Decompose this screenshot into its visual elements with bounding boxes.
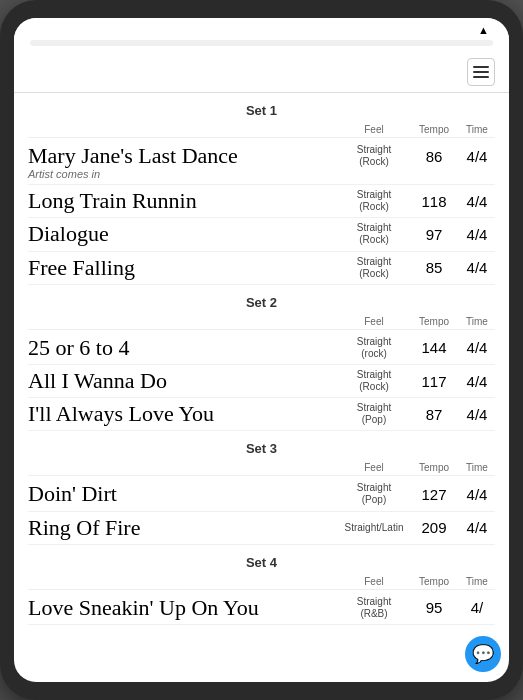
menu-button[interactable] bbox=[467, 58, 495, 86]
song-main-row: Doin' Dirt Straight(Pop) 127 4/4 bbox=[28, 482, 495, 506]
song-main-row: Dialogue Straight(Rock) 97 4/4 bbox=[28, 222, 495, 246]
song-feel: Straight(Pop) bbox=[339, 402, 409, 426]
song-timesig: 4/4 bbox=[459, 373, 495, 390]
song-tempo: 87 bbox=[409, 406, 459, 423]
song-timesig: 4/4 bbox=[459, 339, 495, 356]
song-timesig: 4/4 bbox=[459, 148, 495, 165]
status-right: ▲ bbox=[478, 24, 493, 36]
song-title: All I Wanna Do bbox=[28, 369, 339, 393]
menu-line-3 bbox=[473, 76, 489, 78]
tablet-screen: ▲ bbox=[14, 18, 509, 682]
song-title: I'll Always Love You bbox=[28, 402, 339, 426]
set-header-1: Set 1 bbox=[28, 93, 495, 122]
song-feel: Straight(Rock) bbox=[339, 189, 409, 213]
song-tempo: 97 bbox=[409, 226, 459, 243]
col-headers-set-4: Feel Tempo Time bbox=[28, 574, 495, 590]
song-meta: Straight(Pop) 87 4/4 bbox=[339, 402, 495, 426]
song-meta: Straight(R&B) 95 4/ bbox=[339, 596, 495, 620]
song-main-row: Long Train Runnin Straight(Rock) 118 4/4 bbox=[28, 189, 495, 213]
col-header-time: Time bbox=[459, 462, 495, 473]
song-row[interactable]: 25 or 6 to 4 Straight(rock) 144 4/4 bbox=[28, 332, 495, 365]
song-timesig: 4/4 bbox=[459, 259, 495, 276]
col-headers-set-1: Feel Tempo Time bbox=[28, 122, 495, 138]
song-title: Long Train Runnin bbox=[28, 189, 339, 213]
col-header-time: Time bbox=[459, 316, 495, 327]
song-meta: Straight(Rock) 85 4/4 bbox=[339, 256, 495, 280]
song-row[interactable]: I'll Always Love You Straight(Pop) 87 4/… bbox=[28, 398, 495, 431]
song-row[interactable]: Mary Jane's Last Dance Straight(Rock) 86… bbox=[28, 140, 495, 185]
song-feel: Straight(Rock) bbox=[339, 369, 409, 393]
song-main-row: All I Wanna Do Straight(Rock) 117 4/4 bbox=[28, 369, 495, 393]
tablet-frame: ▲ bbox=[0, 0, 523, 700]
song-row[interactable]: Long Train Runnin Straight(Rock) 118 4/4 bbox=[28, 185, 495, 218]
song-title: Love Sneakin' Up On You bbox=[28, 596, 339, 620]
col-header-feel: Feel bbox=[339, 576, 409, 587]
song-tempo: 144 bbox=[409, 339, 459, 356]
venue-section bbox=[219, 71, 402, 73]
col-header-time: Time bbox=[459, 124, 495, 135]
song-subtitle: Artist comes in bbox=[28, 168, 495, 180]
col-headers-set-2: Feel Tempo Time bbox=[28, 314, 495, 330]
song-row[interactable]: Free Falling Straight(Rock) 85 4/4 bbox=[28, 252, 495, 285]
song-timesig: 4/4 bbox=[459, 193, 495, 210]
set-header-2: Set 2 bbox=[28, 285, 495, 314]
song-main-row: Free Falling Straight(Rock) 85 4/4 bbox=[28, 256, 495, 280]
song-title: Doin' Dirt bbox=[28, 482, 339, 506]
song-timesig: 4/4 bbox=[459, 519, 495, 536]
song-feel: Straight(Pop) bbox=[339, 482, 409, 506]
song-tempo: 127 bbox=[409, 486, 459, 503]
song-timesig: 4/ bbox=[459, 599, 495, 616]
date-section bbox=[409, 71, 459, 73]
song-list[interactable]: Set 1 Feel Tempo Time Mary Jane's Last D… bbox=[14, 93, 509, 682]
set-header-3: Set 3 bbox=[28, 431, 495, 460]
song-main-row: Mary Jane's Last Dance Straight(Rock) 86… bbox=[28, 144, 495, 168]
col-header-tempo: Tempo bbox=[409, 124, 459, 135]
song-title: Ring Of Fire bbox=[28, 516, 339, 540]
song-feel: Straight(Rock) bbox=[339, 222, 409, 246]
song-timesig: 4/4 bbox=[459, 486, 495, 503]
song-title: Dialogue bbox=[28, 222, 339, 246]
song-feel: Straight(R&B) bbox=[339, 596, 409, 620]
song-meta: Straight/Latin 209 4/4 bbox=[339, 519, 495, 536]
song-feel: Straight/Latin bbox=[339, 522, 409, 534]
song-row[interactable]: Doin' Dirt Straight(Pop) 127 4/4 bbox=[28, 478, 495, 511]
col-header-tempo: Tempo bbox=[409, 316, 459, 327]
song-row[interactable]: Dialogue Straight(Rock) 97 4/4 bbox=[28, 218, 495, 251]
menu-line-2 bbox=[473, 71, 489, 73]
song-tempo: 86 bbox=[409, 148, 459, 165]
song-feel: Straight(rock) bbox=[339, 336, 409, 360]
col-header-tempo: Tempo bbox=[409, 576, 459, 587]
song-row[interactable]: Love Sneakin' Up On You Straight(R&B) 95… bbox=[28, 592, 495, 625]
song-tempo: 85 bbox=[409, 259, 459, 276]
app-header bbox=[14, 52, 509, 93]
song-tempo: 118 bbox=[409, 193, 459, 210]
url-bar[interactable] bbox=[30, 40, 493, 46]
band-section bbox=[28, 71, 211, 73]
song-row[interactable]: All I Wanna Do Straight(Rock) 117 4/4 bbox=[28, 365, 495, 398]
song-meta: Straight(Rock) 86 4/4 bbox=[339, 144, 495, 168]
song-tempo: 95 bbox=[409, 599, 459, 616]
song-timesig: 4/4 bbox=[459, 406, 495, 423]
chat-button[interactable]: 💬 bbox=[465, 636, 501, 672]
song-feel: Straight(Rock) bbox=[339, 144, 409, 168]
col-header-feel: Feel bbox=[339, 462, 409, 473]
song-main-row: 25 or 6 to 4 Straight(rock) 144 4/4 bbox=[28, 336, 495, 360]
menu-line-1 bbox=[473, 66, 489, 68]
song-title: Free Falling bbox=[28, 256, 339, 280]
col-header-time: Time bbox=[459, 576, 495, 587]
song-meta: Straight(Rock) 118 4/4 bbox=[339, 189, 495, 213]
song-meta: Straight(Rock) 97 4/4 bbox=[339, 222, 495, 246]
set-header-4: Set 4 bbox=[28, 545, 495, 574]
song-feel: Straight(Rock) bbox=[339, 256, 409, 280]
song-tempo: 209 bbox=[409, 519, 459, 536]
song-meta: Straight(Rock) 117 4/4 bbox=[339, 369, 495, 393]
col-header-tempo: Tempo bbox=[409, 462, 459, 473]
song-meta: Straight(Pop) 127 4/4 bbox=[339, 482, 495, 506]
song-title: Mary Jane's Last Dance bbox=[28, 144, 339, 168]
song-main-row: I'll Always Love You Straight(Pop) 87 4/… bbox=[28, 402, 495, 426]
col-header-feel: Feel bbox=[339, 124, 409, 135]
song-row[interactable]: Ring Of Fire Straight/Latin 209 4/4 bbox=[28, 512, 495, 545]
song-main-row: Ring Of Fire Straight/Latin 209 4/4 bbox=[28, 516, 495, 540]
song-timesig: 4/4 bbox=[459, 226, 495, 243]
col-headers-set-3: Feel Tempo Time bbox=[28, 460, 495, 476]
